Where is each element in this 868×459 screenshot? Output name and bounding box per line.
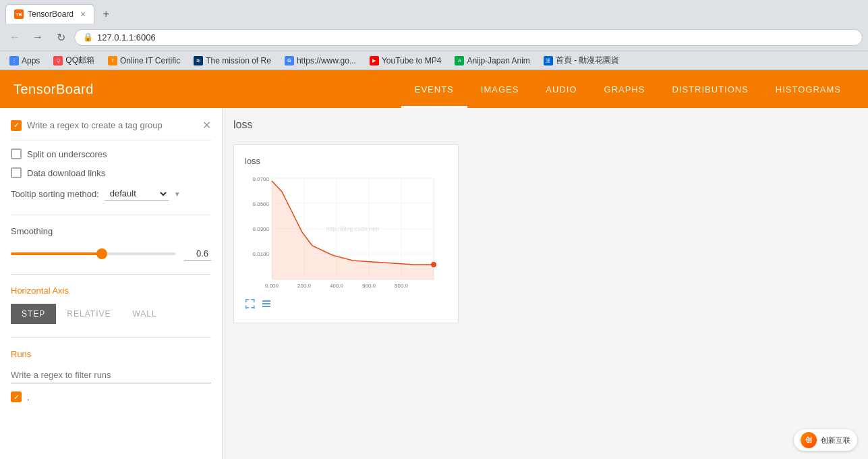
nav-events[interactable]: EVENTS [401, 70, 467, 108]
chart-card: loss [233, 144, 459, 323]
tag-group-checkbox[interactable] [11, 120, 22, 131]
tab-close-button[interactable]: × [80, 9, 86, 20]
tooltip-dropdown[interactable]: default ascending descending nearest [105, 186, 169, 201]
bookmark-favicon-google: G [285, 56, 294, 65]
tab-bar: TB TensorBoard × + [0, 0, 868, 24]
data-download-row: Data download links [11, 167, 211, 178]
lock-icon: 🔒 [83, 32, 93, 42]
logo-text: 创新互联 [821, 435, 850, 446]
nav-histograms[interactable]: HISTOGRAMS [762, 70, 855, 108]
svg-rect-25 [245, 306, 247, 309]
clear-tag-button[interactable]: ✕ [202, 119, 211, 132]
bookmark-label-dongman: 首頁 - 動漫花園資 [556, 55, 620, 66]
data-download-checkbox[interactable] [11, 167, 22, 178]
nav-audio[interactable]: AUDIO [532, 70, 590, 108]
bookmark-youtube[interactable]: ▶ YouTube to MP4 [366, 55, 446, 67]
tab-title: TensorBoard [28, 9, 74, 19]
split-underscores-row: Split on underscores [11, 148, 211, 159]
svg-text:0.000: 0.000 [265, 283, 279, 289]
svg-rect-21 [245, 299, 247, 302]
bottom-logo: 创 创新互联 [794, 429, 857, 451]
svg-text:http://blog.csdn.net/: http://blog.csdn.net/ [326, 225, 380, 232]
bookmark-label-anijp: Anijp-Japan Anim [467, 56, 529, 65]
section-title: loss [233, 119, 857, 136]
bookmark-label-youtube: YouTube to MP4 [382, 56, 442, 65]
tag-group-section: ✕ [11, 119, 211, 140]
smoothing-slider-container: 0.6 [11, 247, 211, 261]
sidebar: ✕ Split on underscores Data download lin… [0, 108, 223, 459]
bookmark-oit[interactable]: T Online IT Certific [104, 55, 184, 67]
browser-tab[interactable]: TB TensorBoard × [5, 4, 94, 24]
nav-images[interactable]: IMAGES [467, 70, 533, 108]
url-text: 127.0.1.1:6006 [97, 32, 854, 43]
navigation-bar: ← → ↻ 🔒 127.0.1.1:6006 [0, 24, 868, 51]
bookmark-label-apps: Apps [22, 56, 40, 65]
split-underscores-label: Split on underscores [27, 149, 107, 159]
bookmark-anijp[interactable]: A Anijp-Japan Anim [451, 55, 533, 67]
app-nav: EVENTS IMAGES AUDIO GRAPHS DISTRIBUTIONS… [401, 70, 855, 108]
svg-text:0.0700: 0.0700 [253, 176, 270, 182]
data-icon[interactable] [261, 298, 272, 312]
divider-2 [11, 274, 211, 275]
axis-step-button[interactable]: STEP [11, 304, 56, 324]
tooltip-row: Tooltip sorting method: default ascendin… [11, 186, 211, 201]
svg-rect-30 [262, 306, 270, 307]
forward-button[interactable]: → [28, 28, 47, 47]
runs-filter-input[interactable] [11, 367, 211, 383]
divider-1 [11, 215, 211, 215]
bookmark-apps[interactable]: ⋮ Apps [5, 55, 44, 67]
chart-controls [245, 298, 447, 312]
bookmark-favicon-qq: Q [53, 56, 63, 65]
svg-text:200.0: 200.0 [297, 283, 312, 289]
main-content: loss loss [223, 108, 868, 459]
fullscreen-icon[interactable] [245, 298, 256, 312]
run-item-dot: . [11, 392, 211, 402]
bookmark-label-oit: Online IT Certific [120, 56, 180, 65]
smoothing-slider-track [11, 252, 176, 255]
back-button[interactable]: ← [5, 28, 24, 47]
axis-buttons-group: STEP RELATIVE WALL [11, 304, 211, 324]
svg-point-18 [431, 262, 436, 267]
app-header: TensorBoard EVENTS IMAGES AUDIO GRAPHS D… [0, 70, 868, 108]
smoothing-value-input[interactable]: 0.6 [184, 247, 211, 261]
reload-button[interactable]: ↻ [51, 28, 70, 47]
app-title: TensorBoard [13, 82, 401, 97]
tag-group-input[interactable] [27, 120, 197, 130]
bookmark-label-google: https://www.go... [297, 56, 356, 65]
axis-wall-button[interactable]: WALL [121, 304, 167, 324]
address-bar[interactable]: 🔒 127.0.1.1:6006 [74, 29, 863, 46]
tab-favicon: TB [14, 9, 24, 19]
nav-graphs[interactable]: GRAPHS [591, 70, 659, 108]
run-checkbox-dot[interactable] [11, 392, 22, 402]
bookmark-qq[interactable]: Q QQ邮箱 [49, 53, 98, 68]
new-tab-button[interactable]: + [97, 5, 115, 23]
smoothing-slider-thumb[interactable] [96, 248, 107, 259]
bookmark-favicon-apps: ⋮ [9, 56, 19, 65]
bookmark-dongman[interactable]: 漫 首頁 - 動漫花園資 [540, 53, 624, 68]
bookmark-favicon-ri: RI [194, 56, 203, 65]
svg-rect-23 [254, 299, 255, 302]
bookmarks-bar: ⋮ Apps Q QQ邮箱 T Online IT Certific RI Th… [0, 51, 868, 70]
runs-section: Runs . [11, 349, 211, 402]
data-download-label: Data download links [27, 168, 105, 178]
axis-relative-button[interactable]: RELATIVE [56, 304, 121, 324]
nav-distributions[interactable]: DISTRIBUTIONS [658, 70, 761, 108]
bookmark-google[interactable]: G https://www.go... [281, 55, 360, 67]
bookmark-favicon-youtube: ▶ [370, 56, 379, 65]
svg-text:0.0300: 0.0300 [253, 226, 270, 232]
svg-rect-29 [262, 303, 270, 304]
svg-text:800.0: 800.0 [395, 283, 409, 289]
browser-chrome: TB TensorBoard × + ← → ↻ 🔒 127.0.1.1:600… [0, 0, 868, 70]
runs-title: Runs [11, 349, 211, 359]
logo-circle-icon: 创 [801, 432, 817, 448]
bookmark-favicon-oit: T [108, 56, 117, 65]
smoothing-section: Smoothing 0.6 [11, 226, 211, 261]
svg-rect-27 [254, 306, 255, 309]
dropdown-arrow-icon: ▼ [174, 190, 181, 198]
smoothing-slider-fill [11, 252, 102, 255]
bookmark-ri[interactable]: RI The mission of Re [190, 55, 275, 67]
split-underscores-checkbox[interactable] [11, 148, 22, 159]
app-body: ✕ Split on underscores Data download lin… [0, 108, 868, 459]
bookmark-favicon-anijp: A [455, 56, 464, 65]
divider-3 [11, 338, 211, 338]
